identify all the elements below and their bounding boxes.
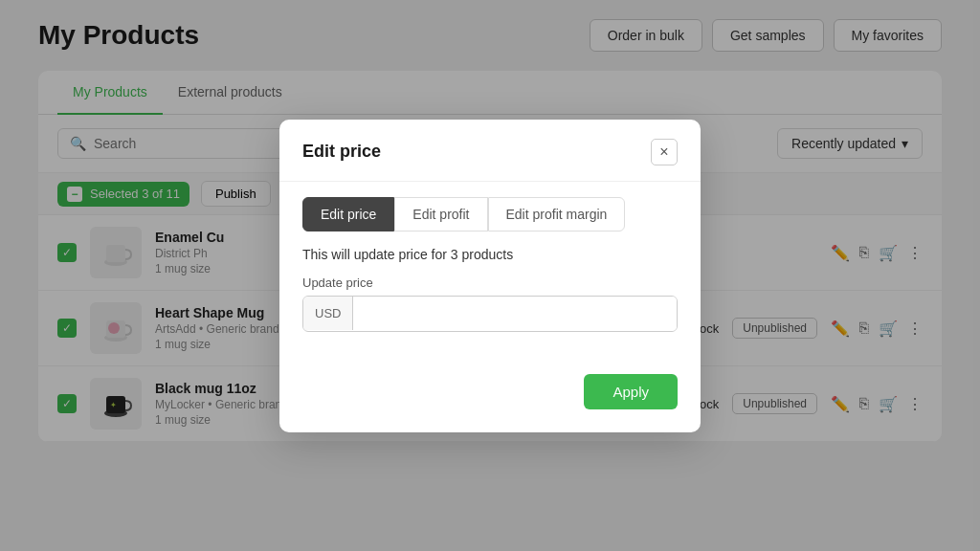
modal-body: This will update price for 3 products Up…: [279, 231, 701, 374]
modal-close-button[interactable]: ×: [651, 139, 678, 165]
price-input[interactable]: [353, 297, 677, 331]
modal-tabs: Edit price Edit profit Edit profit margi…: [279, 182, 701, 231]
apply-button[interactable]: Apply: [584, 374, 678, 409]
price-input-row: USD: [302, 296, 678, 332]
modal-overlay: Edit price × Edit price Edit profit Edit…: [0, 0, 980, 551]
price-field-label: Update price: [302, 276, 678, 290]
modal-description: This will update price for 3 products: [302, 247, 678, 262]
edit-price-modal: Edit price × Edit price Edit profit Edit…: [279, 120, 701, 432]
modal-header: Edit price ×: [279, 120, 701, 182]
currency-prefix: USD: [303, 297, 353, 330]
modal-tab-edit-profit[interactable]: Edit profit: [394, 197, 487, 231]
modal-tab-edit-price[interactable]: Edit price: [302, 197, 394, 231]
modal-title: Edit price: [302, 142, 381, 162]
modal-footer: Apply: [279, 374, 701, 432]
modal-tab-edit-profit-margin[interactable]: Edit profit margin: [488, 197, 626, 231]
